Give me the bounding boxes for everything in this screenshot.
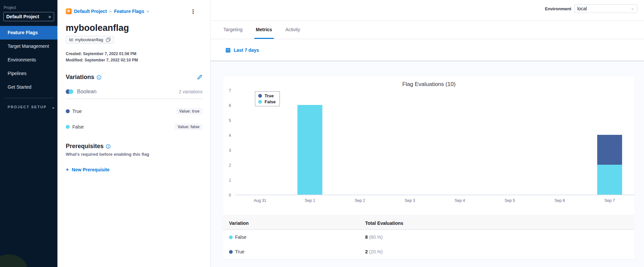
sidebar-nav: Feature Flags Target Management Environm… — [0, 26, 57, 94]
x-axis-label: Sep 7 — [585, 198, 635, 203]
variation-dot-true — [66, 109, 70, 113]
bar-segment-false — [297, 105, 322, 195]
prerequisites-heading: Prerequisites — [66, 143, 202, 150]
tab-targeting[interactable]: Targeting — [222, 21, 244, 39]
app-window: Project Default Project » Feature Flags … — [0, 0, 644, 267]
sidebar-item-feature-flags[interactable]: Feature Flags — [0, 26, 57, 40]
breadcrumb-separator: > — [146, 9, 149, 14]
environment-select[interactable]: local ⌄ — [574, 4, 637, 13]
row-percent: (20.%) — [369, 249, 383, 254]
environment-header: Environment local ⌄ — [210, 0, 644, 21]
chart-slot — [385, 91, 435, 195]
flag-id-text: Id: mybooleanflag — [69, 37, 103, 42]
x-axis-label: Sep 2 — [335, 198, 385, 203]
tab-metrics[interactable]: Metrics — [254, 21, 274, 39]
double-chevron-icon: » — [48, 14, 51, 19]
y-tick-label: 4 — [229, 133, 231, 138]
variation-row-false: False Value: false — [66, 124, 202, 130]
bar-segment-false — [597, 165, 622, 195]
variation-row-true: True Value: true — [66, 108, 202, 115]
y-tick-label: 7 — [229, 88, 231, 93]
table-header: Variation Total Evaluations — [223, 217, 635, 230]
legend-label: True — [265, 93, 274, 98]
bar-segment-true — [597, 135, 622, 165]
kebab-menu-button[interactable]: ⋮ — [190, 8, 196, 15]
sidebar-item-get-started[interactable]: Get Started — [0, 80, 57, 94]
x-axis-label: Sep 4 — [435, 198, 485, 203]
date-range-label: Last 7 days — [234, 47, 259, 53]
sidebar-item-pipelines[interactable]: Pipelines — [0, 67, 57, 80]
edit-variations-button[interactable] — [197, 74, 202, 80]
row-dot-true — [229, 250, 233, 254]
row-dot-false — [229, 235, 233, 239]
breadcrumb-link-project[interactable]: Default Project — [74, 9, 107, 14]
chart-slot — [585, 91, 635, 195]
sidebar-item-target-management[interactable]: Target Management — [0, 40, 57, 53]
new-prerequisite-label: New Prerequisite — [72, 167, 110, 172]
sidebar: Project Default Project » Feature Flags … — [0, 0, 57, 267]
variation-value-chip-false: Value: false — [175, 124, 202, 130]
row-percent: (80.%) — [369, 234, 383, 240]
tab-activity[interactable]: Activity — [284, 21, 302, 39]
variation-name-true: True — [72, 109, 82, 114]
variation-value-chip-true: Value: true — [176, 108, 202, 115]
y-tick-label: 1 — [229, 178, 231, 183]
project-setup-toggle[interactable]: PROJECT SETUP ⌄ — [0, 98, 57, 110]
sidebar-item-environments[interactable]: Environments — [0, 53, 57, 67]
info-icon[interactable] — [97, 75, 101, 80]
feature-flags-module-icon: ⚑ — [66, 8, 72, 14]
chart-plot: TrueFalse — [235, 91, 635, 195]
project-selector[interactable]: Default Project » — [3, 12, 54, 21]
x-axis-label: Sep 6 — [535, 198, 585, 203]
chart-y-axis: 01234567 — [223, 91, 235, 195]
flag-id-chip: Id: mybooleanflag — [66, 36, 114, 44]
copy-icon[interactable] — [106, 38, 111, 42]
metrics-content: Flag Evaluations (10) 01234567 TrueFalse… — [210, 61, 644, 267]
new-prerequisite-button[interactable]: + New Prerequisite — [66, 167, 202, 173]
variation-type-row: Boolean 2 variations — [66, 89, 202, 99]
variations-heading: Variations — [66, 74, 101, 81]
environment-select-value: local — [577, 6, 587, 11]
table-row: False 8 (80.%) — [223, 230, 635, 244]
chart-slot — [535, 91, 585, 195]
flag-panel: ⚑ Default Project > Feature Flags > ⋮ my… — [57, 0, 210, 267]
column-header-variation: Variation — [223, 221, 359, 226]
project-label: Project — [0, 0, 57, 12]
variation-type-label: Boolean — [77, 89, 97, 95]
legend-item-false: False — [258, 99, 276, 104]
row-count: 8 — [365, 234, 368, 240]
chevron-down-icon: ⌄ — [631, 6, 634, 11]
y-tick-label: 0 — [229, 193, 231, 198]
variation-name-false: False — [72, 124, 84, 130]
tab-bar: Targeting Metrics Activity — [210, 21, 644, 39]
row-variation-name: True — [235, 249, 244, 254]
row-count: 2 — [365, 249, 368, 254]
prerequisites-heading-text: Prerequisites — [66, 143, 104, 150]
variation-dot-false — [66, 125, 70, 129]
date-range-button[interactable]: Last 7 days — [225, 47, 259, 53]
breadcrumb-link-feature-flags[interactable]: Feature Flags — [114, 9, 144, 14]
metrics-table: Variation Total Evaluations False 8 (80.… — [223, 217, 635, 259]
help-blob — [0, 254, 27, 267]
y-tick-label: 5 — [229, 118, 231, 123]
main-panel: Environment local ⌄ Targeting Metrics Ac… — [210, 0, 644, 267]
chevron-down-icon: ⌄ — [51, 104, 55, 110]
chart-card: Flag Evaluations (10) 01234567 TrueFalse… — [223, 76, 635, 215]
x-axis-label: Sep 1 — [285, 198, 335, 203]
y-tick-label: 3 — [229, 148, 231, 153]
row-variation-name: False — [235, 234, 246, 240]
breadcrumb: ⚑ Default Project > Feature Flags > — [66, 8, 202, 14]
chart-slot — [435, 91, 485, 195]
bar-stack — [297, 105, 322, 195]
modified-text: Modified: September 7, 2022 02:10 PM — [66, 57, 202, 63]
filter-bar: Last 7 days — [210, 39, 644, 61]
x-axis-label: Sep 5 — [485, 198, 535, 203]
info-icon[interactable] — [106, 144, 111, 149]
chart-area: 01234567 TrueFalse — [223, 91, 635, 195]
legend-dot — [258, 100, 262, 104]
variations-count: 2 variations — [179, 89, 202, 94]
chart-slot — [285, 91, 335, 195]
y-tick-label: 2 — [229, 163, 231, 168]
chart-x-axis: Aug 31Sep 1Sep 2Sep 3Sep 4Sep 5Sep 6Sep … — [235, 195, 635, 203]
bar-stack — [597, 135, 622, 195]
